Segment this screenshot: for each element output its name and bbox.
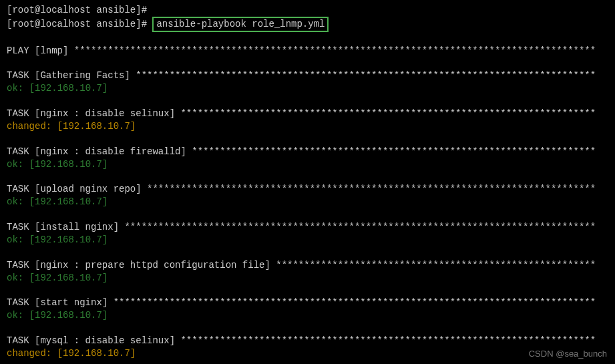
blank bbox=[7, 133, 608, 146]
blank bbox=[7, 246, 608, 259]
task-status-line: changed: [192.168.10.7] bbox=[7, 347, 608, 360]
status-text: changed: [192.168.10.7] bbox=[7, 348, 136, 359]
status-text: ok: [192.168.10.7] bbox=[7, 83, 108, 94]
task-status-line: ok: [192.168.10.7] bbox=[7, 234, 608, 246]
blank bbox=[7, 285, 608, 297]
prompt-line-2: [root@localhost ansible]# ansible-playbo… bbox=[7, 17, 608, 32]
task-header: TASK [nginx : disable firewalld] *******… bbox=[7, 146, 608, 158]
blank bbox=[7, 208, 608, 221]
shell-prompt: [root@localhost ansible]# bbox=[7, 5, 147, 15]
task-header: TASK [nginx : disable selinux] *********… bbox=[7, 108, 608, 120]
blank bbox=[7, 322, 608, 335]
play-header: PLAY [lnmp] ****************************… bbox=[7, 45, 608, 57]
blank bbox=[7, 32, 608, 45]
task-status-line: ok: [192.168.10.7] bbox=[7, 158, 608, 171]
task-status-line: ok: [192.168.10.7] bbox=[7, 309, 608, 322]
prompt-line-1: [root@localhost ansible]# bbox=[7, 4, 608, 17]
status-text: ok: [192.168.10.7] bbox=[7, 234, 108, 245]
status-text: changed: [192.168.10.7] bbox=[7, 121, 136, 132]
task-status-line: changed: [192.168.10.7] bbox=[7, 120, 608, 133]
ansible-command[interactable]: ansible-playbook role_lnmp.yml bbox=[156, 19, 325, 29]
task-header: TASK [start nginx] *********************… bbox=[7, 297, 608, 309]
task-header: TASK [nginx : prepare httpd configuratio… bbox=[7, 259, 608, 272]
task-header: TASK [install nginx] *******************… bbox=[7, 221, 608, 234]
blank bbox=[7, 57, 608, 70]
task-status-line: ok: [192.168.10.7] bbox=[7, 82, 608, 95]
task-header: TASK [mysql : disable selinux] *********… bbox=[7, 335, 608, 347]
task-header: TASK [Gathering Facts] *****************… bbox=[7, 69, 608, 82]
blank bbox=[7, 95, 608, 108]
status-text: ok: [192.168.10.7] bbox=[7, 159, 108, 170]
task-status-line: ok: [192.168.10.7] bbox=[7, 196, 608, 208]
watermark: CSDN @sea_bunch bbox=[529, 348, 607, 360]
status-text: ok: [192.168.10.7] bbox=[7, 196, 108, 207]
blank bbox=[7, 171, 608, 184]
status-text: ok: [192.168.10.7] bbox=[7, 272, 108, 283]
shell-prompt: [root@localhost ansible]# bbox=[7, 19, 152, 29]
task-status-line: ok: [192.168.10.7] bbox=[7, 272, 608, 285]
command-highlight: ansible-playbook role_lnmp.yml bbox=[152, 17, 329, 32]
status-text: ok: [192.168.10.7] bbox=[7, 310, 108, 321]
task-header: TASK [upload nginx repo] ***************… bbox=[7, 183, 608, 196]
